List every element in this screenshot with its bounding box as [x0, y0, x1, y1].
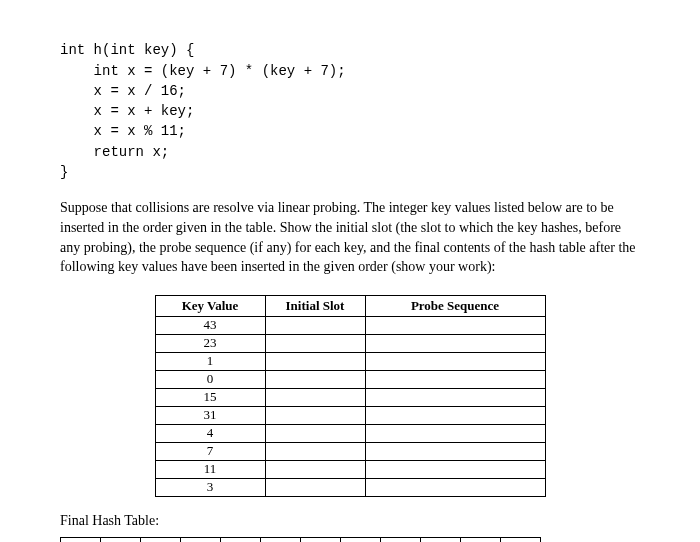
- cell-is: [265, 460, 365, 478]
- code-line: int h(int key) {: [60, 42, 194, 58]
- cell-ps: [365, 352, 545, 370]
- slot-cell: 1: [141, 537, 181, 542]
- cell-kv: 4: [155, 424, 265, 442]
- slot-cell: 8: [421, 537, 461, 542]
- slot-cell: 2: [181, 537, 221, 542]
- cell-is: [265, 316, 365, 334]
- cell-kv: 7: [155, 442, 265, 460]
- cell-kv: 31: [155, 406, 265, 424]
- slot-row: Slot 0 1 2 3 4 5 6 7 8 9 10: [61, 537, 541, 542]
- code-line: int x = (key + 7) * (key + 7);: [60, 63, 346, 79]
- code-line: }: [60, 164, 68, 180]
- table-row: 1: [155, 352, 545, 370]
- final-hash-label: Final Hash Table:: [60, 513, 640, 529]
- table-row: 23: [155, 334, 545, 352]
- cell-is: [265, 424, 365, 442]
- cell-ps: [365, 442, 545, 460]
- cell-is: [265, 406, 365, 424]
- cell-ps: [365, 406, 545, 424]
- cell-kv: 23: [155, 334, 265, 352]
- cell-kv: 15: [155, 388, 265, 406]
- slot-cell: 7: [381, 537, 421, 542]
- cell-ps: [365, 370, 545, 388]
- cell-is: [265, 334, 365, 352]
- code-line: x = x / 16;: [60, 83, 186, 99]
- hash-table: Slot 0 1 2 3 4 5 6 7 8 9 10 Key: [60, 537, 541, 542]
- cell-ps: [365, 334, 545, 352]
- table-row: 0: [155, 370, 545, 388]
- cell-ps: [365, 388, 545, 406]
- slot-cell: 6: [341, 537, 381, 542]
- cell-ps: [365, 316, 545, 334]
- code-line: x = x % 11;: [60, 123, 186, 139]
- slot-cell: 9: [461, 537, 501, 542]
- slot-cell: 0: [101, 537, 141, 542]
- cell-is: [265, 352, 365, 370]
- header-key-value: Key Value: [155, 295, 265, 316]
- probe-table: Key Value Initial Slot Probe Sequence 43…: [155, 295, 546, 497]
- table-row: 15: [155, 388, 545, 406]
- code-line: x = x + key;: [60, 103, 194, 119]
- table-row: 4: [155, 424, 545, 442]
- slot-cell: 4: [261, 537, 301, 542]
- cell-ps: [365, 478, 545, 496]
- instruction-paragraph: Suppose that collisions are resolve via …: [60, 198, 640, 276]
- header-initial-slot: Initial Slot: [265, 295, 365, 316]
- cell-kv: 43: [155, 316, 265, 334]
- cell-kv: 1: [155, 352, 265, 370]
- code-block: int h(int key) { int x = (key + 7) * (ke…: [60, 20, 640, 182]
- cell-ps: [365, 424, 545, 442]
- slot-cell: 3: [221, 537, 261, 542]
- table-row: 11: [155, 460, 545, 478]
- code-line: return x;: [60, 144, 169, 160]
- cell-is: [265, 370, 365, 388]
- table-row: 31: [155, 406, 545, 424]
- cell-kv: 0: [155, 370, 265, 388]
- cell-is: [265, 388, 365, 406]
- cell-ps: [365, 460, 545, 478]
- cell-kv: 11: [155, 460, 265, 478]
- slot-row-label: Slot: [61, 537, 101, 542]
- table-row: 7: [155, 442, 545, 460]
- cell-is: [265, 478, 365, 496]
- cell-kv: 3: [155, 478, 265, 496]
- slot-cell: 5: [301, 537, 341, 542]
- header-probe-sequence: Probe Sequence: [365, 295, 545, 316]
- table-row: 3: [155, 478, 545, 496]
- slot-cell: 10: [501, 537, 541, 542]
- cell-is: [265, 442, 365, 460]
- table-row: 43: [155, 316, 545, 334]
- table-header-row: Key Value Initial Slot Probe Sequence: [155, 295, 545, 316]
